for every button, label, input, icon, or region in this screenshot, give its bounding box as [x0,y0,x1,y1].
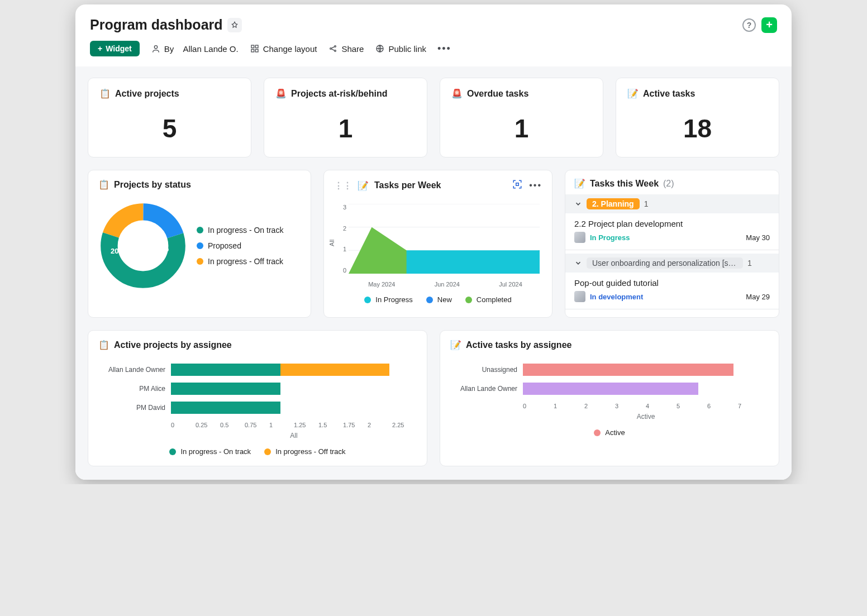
legend-label: In Progress [375,295,412,304]
bar-segment [523,383,698,395]
change-layout-button[interactable]: Change layout [250,44,317,54]
plus-icon: + [98,44,102,53]
card-title: Tasks this Week [590,179,659,189]
more-menu-button[interactable]: ••• [437,43,451,55]
drag-handle-icon[interactable]: ⋮⋮ [334,180,352,191]
change-layout-label: Change layout [263,44,317,54]
task-date: May 29 [746,293,770,301]
kpi-card[interactable]: 📋 Active projects 5 [88,78,251,157]
legend-swatch [197,242,203,249]
section-count: 1 [644,199,649,208]
slice-label-proposed: 20% [111,247,125,255]
x-axis-label: All [98,432,417,440]
share-button[interactable]: Share [328,44,364,54]
task-item[interactable]: Pop-out guided tutorial In development M… [565,273,779,305]
share-icon [328,44,338,54]
help-icon[interactable]: ? [742,18,756,32]
bar-label: Allan Lande Owner [450,385,523,393]
task-status: In development [590,293,643,301]
card-title: Tasks per Week [374,180,441,190]
author-chip[interactable]: By Allan Lande O. [151,44,239,54]
hbar-chart: Allan Lande OwnerPM AlicePM David [98,360,417,417]
card-projects-by-status[interactable]: 📋 Projects by status 20% 20% 60% [88,170,311,318]
kpi-card[interactable]: 🚨 Projects at-risk/behind 1 [264,78,427,157]
focus-icon[interactable] [512,179,522,192]
y-axis-label: All [328,240,335,246]
section-badge: 2. Planning [587,198,640,209]
add-widget-button[interactable]: + Widget [90,41,140,56]
task-item[interactable]: 2.2 Project plan development In Progress… [565,213,779,246]
legend: In progress - On trackIn progress - Off … [98,447,417,456]
kpi-value: 1 [515,113,529,144]
card-active-tasks-by-assignee[interactable]: 📝 Active tasks by assignee UnassignedAll… [440,330,779,466]
kpi-value: 1 [339,113,353,144]
card-tasks-per-week[interactable]: ⋮⋮ 📝 Tasks per Week ••• All 3210 [323,170,552,318]
bar-row: PM David [98,398,417,417]
svg-point-6 [335,46,336,47]
kpi-value: 5 [163,113,177,144]
task-section-header[interactable]: 2. Planning 1 [565,194,779,213]
bar-segment [171,364,280,376]
legend-swatch [465,297,472,303]
card-active-projects-by-assignee[interactable]: 📋 Active projects by assignee Allan Land… [88,330,427,466]
bar-segment [171,383,280,395]
legend-item: In progress - Off track [197,257,283,266]
legend-label: In progress - Off track [275,447,345,456]
svg-rect-4 [255,49,258,52]
legend-item: In progress - On track [169,447,251,456]
legend: Active [450,428,769,437]
bar-segment [280,364,390,376]
legend: In progress - On trackProposedIn progres… [197,226,283,266]
legend-item: Proposed [197,241,283,250]
bar-row: Allan Lande Owner [98,360,417,379]
task-section-header[interactable]: User onboarding and personalization [sam… [565,254,779,273]
author-prefix: By [164,44,174,54]
card-title: Active projects by assignee [114,340,232,350]
kpi-label: Active projects [115,89,179,99]
task-title: Pop-out guided tutorial [574,278,770,288]
bar-label: Allan Lande Owner [98,366,171,374]
svg-rect-1 [251,45,254,48]
donut-chart: 20% 20% 60% [98,201,188,290]
hbar-chart: UnassignedAllan Lande Owner [450,360,769,398]
pin-icon[interactable] [227,18,242,32]
legend: In ProgressNewCompleted [334,295,542,304]
bar-segment [523,364,733,376]
legend-swatch [426,297,433,303]
legend-label: Proposed [208,241,241,250]
avatar [574,291,585,302]
bar-segment [171,402,280,414]
public-link-button[interactable]: Public link [375,44,426,54]
card-title: Projects by status [114,180,191,190]
section-count: 1 [747,259,752,268]
kpi-icon: 📝 [627,88,639,99]
svg-rect-2 [255,45,258,48]
legend-item: New [426,295,452,304]
task-count: (2) [663,179,674,189]
svg-point-5 [330,48,332,50]
legend-swatch [594,429,601,436]
svg-point-7 [335,50,336,52]
legend-item: In Progress [364,295,412,304]
legend-label: In progress - On track [180,447,251,456]
legend-swatch [169,448,176,455]
bar-label: PM Alice [98,385,171,393]
legend-swatch [364,297,371,303]
legend-label: New [437,295,452,304]
globe-icon [375,44,385,54]
kpi-icon: 🚨 [451,88,463,99]
kpi-card[interactable]: 📝 Active tasks 18 [616,78,779,157]
kpi-card[interactable]: 🚨 Overdue tasks 1 [440,78,603,157]
kpi-icon: 📋 [99,88,111,99]
bar-row: PM Alice [98,379,417,398]
legend-item: Completed [465,295,512,304]
area-chart: All 3210 [334,198,542,288]
avatar [574,232,585,243]
chevron-down-icon [574,200,582,208]
legend-item: In progress - Off track [264,447,345,456]
card-tasks-this-week[interactable]: 📝 Tasks this Week (2) 2. Planning 1 2.2 … [565,170,779,318]
legend-item: In progress - On track [197,226,283,235]
add-button[interactable]: + [761,17,777,33]
slice-label-off-track: 20% [131,221,145,230]
card-more-menu[interactable]: ••• [529,180,542,190]
